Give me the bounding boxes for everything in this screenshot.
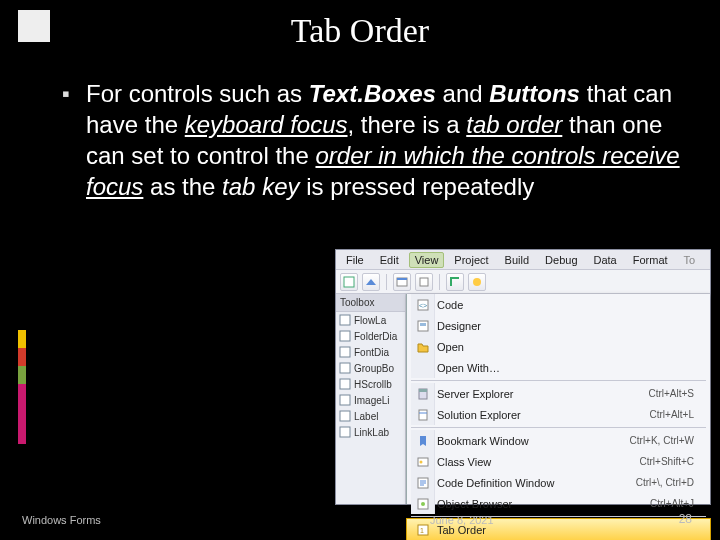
svg-rect-19 <box>419 410 427 420</box>
toolbar-separator <box>386 274 387 290</box>
toolbar-button[interactable] <box>468 273 486 291</box>
vs-screenshot: FileEditViewProjectBuildDebugDataFormatT… <box>336 250 710 504</box>
menu-data[interactable]: Data <box>588 252 623 268</box>
svg-rect-2 <box>397 278 407 280</box>
toolbox-item[interactable]: ImageLi <box>336 392 405 408</box>
svg-rect-9 <box>340 379 350 389</box>
menu-item-open[interactable]: Open <box>407 336 710 357</box>
menu-item-open-with[interactable]: Open With… <box>407 357 710 378</box>
toolbox-item[interactable]: FolderDia <box>336 328 405 344</box>
toolbar-button[interactable] <box>393 273 411 291</box>
toolbox-item[interactable]: LinkLab <box>336 424 405 440</box>
svg-rect-5 <box>340 315 350 325</box>
svg-text:<>: <> <box>419 302 427 309</box>
svg-point-4 <box>473 278 481 286</box>
svg-point-24 <box>421 502 425 506</box>
svg-rect-11 <box>340 411 350 421</box>
menu-view[interactable]: View <box>409 252 445 268</box>
svg-rect-18 <box>419 389 427 392</box>
svg-text:1: 1 <box>420 527 424 534</box>
svg-rect-0 <box>344 277 354 287</box>
menu-item-code[interactable]: <>Code <box>407 294 710 315</box>
toolbox-item[interactable]: FlowLa <box>336 312 405 328</box>
toolbox-item[interactable]: Label <box>336 408 405 424</box>
toolbox-item[interactable]: FontDia <box>336 344 405 360</box>
svg-rect-3 <box>420 278 428 286</box>
menu-item-class-view[interactable]: Class ViewCtrl+Shift+C <box>407 451 710 472</box>
footer-date: June 8, 2021 <box>430 514 494 526</box>
footer-left: Windows Forms <box>22 514 101 526</box>
menu-file[interactable]: File <box>340 252 370 268</box>
toolbox-item[interactable]: HScrollb <box>336 376 405 392</box>
svg-rect-8 <box>340 363 350 373</box>
menu-debug[interactable]: Debug <box>539 252 583 268</box>
toolbox-item[interactable]: GroupBo <box>336 360 405 376</box>
menu-build[interactable]: Build <box>499 252 535 268</box>
svg-rect-7 <box>340 347 350 357</box>
view-menu-dropdown[interactable]: <>CodeDesignerOpenOpen With…Server Explo… <box>406 294 710 504</box>
menu-item-object-browser[interactable]: Object BrowserCtrl+Alt+J <box>407 493 710 514</box>
toolbox-header: Toolbox <box>336 294 405 312</box>
vs-toolbar[interactable] <box>336 270 710 294</box>
accent-stripe <box>18 330 26 444</box>
menu-item-designer[interactable]: Designer <box>407 315 710 336</box>
vs-menubar[interactable]: FileEditViewProjectBuildDebugDataFormatT… <box>336 250 710 270</box>
menu-item-solution-explorer[interactable]: Solution ExplorerCtrl+Alt+L <box>407 404 710 425</box>
vs-client-area: Toolbox FlowLaFolderDiaFontDiaGroupBoHSc… <box>336 294 710 504</box>
bullet-marker: ▪ <box>62 78 86 202</box>
footer-page-number: 28 <box>679 512 692 526</box>
svg-point-21 <box>419 460 422 463</box>
menu-edit[interactable]: Edit <box>374 252 405 268</box>
toolbar-button[interactable] <box>446 273 464 291</box>
svg-rect-16 <box>420 323 426 326</box>
slide: Tab Order ▪ For controls such as Text.Bo… <box>0 0 720 540</box>
menu-item-server-explorer[interactable]: Server ExplorerCtrl+Alt+S <box>407 383 710 404</box>
toolbar-button[interactable] <box>415 273 433 291</box>
menu-item-bookmark-window[interactable]: Bookmark WindowCtrl+K, Ctrl+W <box>407 430 710 451</box>
slide-body: ▪ For controls such as Text.Boxes and Bu… <box>62 78 680 202</box>
vs-toolbox[interactable]: Toolbox FlowLaFolderDiaFontDiaGroupBoHSc… <box>336 294 406 504</box>
toolbar-separator <box>439 274 440 290</box>
menu-item-code-definition-window[interactable]: Code Definition WindowCtrl+\, Ctrl+D <box>407 472 710 493</box>
menu-project[interactable]: Project <box>448 252 494 268</box>
svg-rect-6 <box>340 331 350 341</box>
bullet-text: For controls such as Text.Boxes and Butt… <box>86 78 680 202</box>
toolbar-button[interactable] <box>340 273 358 291</box>
slide-title: Tab Order <box>0 12 720 50</box>
svg-rect-12 <box>340 427 350 437</box>
svg-rect-10 <box>340 395 350 405</box>
toolbar-button[interactable] <box>362 273 380 291</box>
menu-format[interactable]: Format <box>627 252 674 268</box>
